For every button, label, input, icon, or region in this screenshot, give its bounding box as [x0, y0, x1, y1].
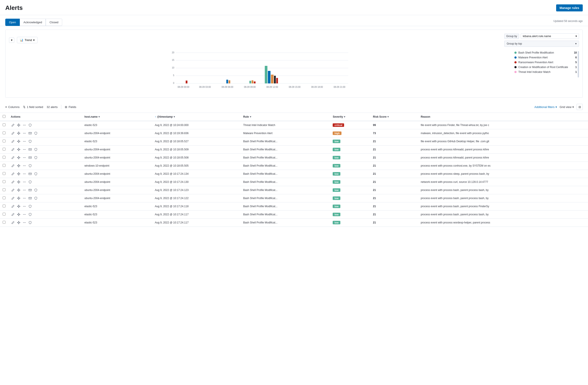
svg-rect-18	[271, 75, 273, 83]
legend-scrollbar[interactable]	[578, 51, 579, 77]
edit-icon[interactable]	[11, 220, 15, 225]
row-checkbox[interactable]	[3, 213, 5, 215]
more-icon[interactable]	[22, 131, 27, 135]
row-checkbox[interactable]	[3, 205, 5, 207]
row-checkbox[interactable]	[3, 123, 5, 126]
more-icon[interactable]	[22, 212, 27, 217]
more-icon[interactable]	[22, 123, 27, 127]
col-header-severity[interactable]: Severity ▾	[330, 113, 370, 121]
row-checkbox[interactable]	[3, 140, 5, 142]
collapse-chart-button[interactable]: ▾	[9, 38, 14, 43]
edit-icon[interactable]	[11, 204, 15, 209]
shield-icon[interactable]	[28, 212, 32, 217]
row-checkbox[interactable]	[3, 164, 5, 167]
edit-icon[interactable]	[11, 196, 15, 200]
edit-icon[interactable]	[11, 172, 15, 176]
shield-icon[interactable]	[28, 180, 32, 184]
group-by-select[interactable]: kibana.alert.rule.name ▾	[521, 33, 579, 39]
network-icon[interactable]	[17, 188, 21, 192]
fields-button[interactable]: ⊞ Fields	[65, 104, 76, 110]
network-icon[interactable]	[17, 164, 21, 168]
manage-rules-button[interactable]: Manage rules	[556, 4, 583, 11]
tab-open[interactable]: Open	[5, 19, 20, 26]
network-icon[interactable]	[17, 220, 21, 225]
col-header-risk-score[interactable]: Risk Score ▾	[370, 113, 418, 121]
edit-icon[interactable]	[11, 147, 15, 152]
row-checkbox[interactable]	[3, 180, 5, 183]
row-checkbox[interactable]	[3, 188, 5, 191]
network-icon[interactable]	[17, 204, 21, 209]
envelope-icon[interactable]	[28, 172, 32, 176]
network-icon[interactable]	[17, 131, 21, 135]
grid-view-button[interactable]: Grid view ▾	[560, 105, 574, 109]
edit-icon[interactable]	[11, 164, 15, 168]
network-icon[interactable]	[17, 172, 21, 176]
col-header-rule[interactable]: Rule ▾	[241, 113, 330, 121]
edit-icon[interactable]	[11, 131, 15, 135]
group-by-top-button[interactable]: Group by top ▾	[504, 41, 579, 47]
more-icon[interactable]	[22, 164, 27, 168]
columns-button[interactable]: ≡ Columns	[5, 104, 20, 110]
envelope-icon[interactable]	[28, 188, 32, 192]
severity-cell: high	[330, 129, 370, 137]
row-checkbox[interactable]	[3, 148, 5, 151]
row-checkbox[interactable]	[3, 156, 5, 159]
edit-icon[interactable]	[11, 180, 15, 184]
sort-button[interactable]: ⇅ 1 field sorted	[23, 104, 43, 110]
shield-icon[interactable]	[34, 172, 38, 176]
shield-icon[interactable]	[34, 131, 38, 135]
row-checkbox[interactable]	[3, 172, 5, 175]
shield-icon[interactable]	[28, 123, 32, 127]
edit-icon[interactable]	[11, 155, 15, 160]
network-icon[interactable]	[17, 180, 21, 184]
more-icon[interactable]	[22, 172, 27, 176]
more-icon[interactable]	[22, 196, 27, 200]
envelope-icon[interactable]	[28, 147, 32, 152]
more-icon[interactable]	[22, 188, 27, 192]
col-header-timestamp[interactable]: ↑ @timestamp ▾	[152, 113, 240, 121]
more-icon[interactable]	[22, 155, 27, 160]
edit-icon[interactable]	[11, 139, 15, 144]
legend-name: Creation or Modification of Root Certifi…	[518, 66, 573, 69]
row-checkbox[interactable]	[3, 196, 5, 199]
network-icon[interactable]	[17, 147, 21, 152]
tab-acknowledged[interactable]: Acknowledged	[20, 19, 46, 26]
shield-icon[interactable]	[28, 220, 32, 225]
shield-icon[interactable]	[28, 139, 32, 144]
row-checkbox[interactable]	[3, 132, 5, 134]
svg-point-51	[24, 133, 25, 134]
row-checkbox-cell	[0, 154, 8, 162]
trend-selector-button[interactable]: 📊 Trend ▾	[17, 37, 38, 43]
network-icon[interactable]	[17, 123, 21, 127]
shield-icon[interactable]	[28, 204, 32, 209]
row-checkbox[interactable]	[3, 221, 5, 224]
shield-icon[interactable]	[34, 155, 38, 160]
svg-text:08-09 00:00: 08-09 00:00	[178, 86, 189, 88]
edit-icon[interactable]	[11, 188, 15, 192]
shield-icon[interactable]	[28, 164, 32, 168]
additional-filters-button[interactable]: Additional filters ▾	[534, 105, 557, 109]
col-header-host[interactable]: host.name ▾	[82, 113, 152, 121]
envelope-icon[interactable]	[28, 131, 32, 135]
table-row: windows-10-endpoint Aug 9, 2022 @ 10:18:…	[0, 162, 588, 170]
select-all-checkbox[interactable]	[3, 115, 5, 118]
edit-icon[interactable]	[11, 212, 15, 217]
network-icon[interactable]	[17, 196, 21, 200]
more-icon[interactable]	[22, 220, 27, 225]
network-icon[interactable]	[17, 212, 21, 217]
more-icon[interactable]	[22, 204, 27, 209]
shield-icon[interactable]	[34, 188, 38, 192]
more-icon[interactable]	[22, 180, 27, 184]
tab-closed[interactable]: Closed	[46, 19, 62, 26]
shield-icon[interactable]	[34, 147, 38, 152]
table-row: elastic-523 Aug 9, 2022 @ 10:24:00.000 T…	[0, 121, 588, 129]
settings-icon-button[interactable]: ⊟	[577, 104, 583, 110]
network-icon[interactable]	[17, 155, 21, 160]
more-icon[interactable]	[22, 147, 27, 152]
envelope-icon[interactable]	[28, 155, 32, 160]
shield-icon[interactable]	[34, 196, 38, 200]
network-icon[interactable]	[17, 139, 21, 144]
more-icon[interactable]	[22, 139, 27, 144]
envelope-icon[interactable]	[28, 196, 32, 200]
edit-icon[interactable]	[11, 123, 15, 127]
